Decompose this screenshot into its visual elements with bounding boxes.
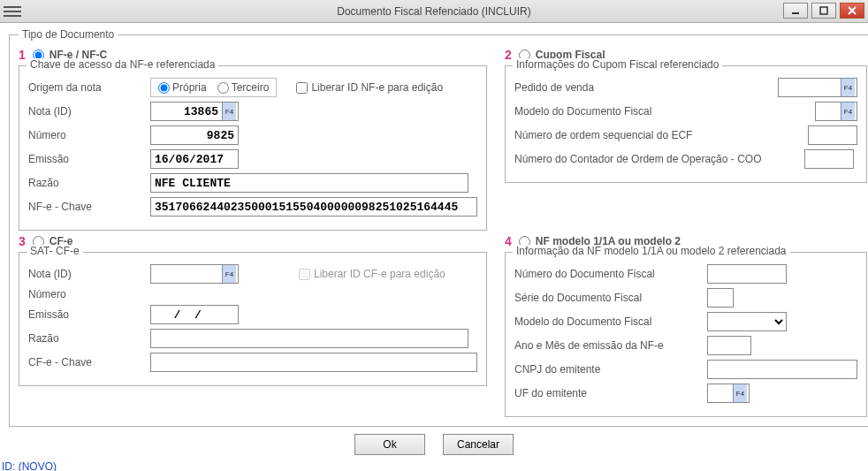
cfe-razao-label: Razão: [28, 332, 143, 345]
coo-input[interactable]: [804, 149, 854, 169]
liberar-cfe-label: Liberar ID CF-e para edição: [314, 268, 445, 280]
anomes-label: Ano e Mês de emissão da NF-e: [514, 339, 700, 352]
chave-input[interactable]: [150, 197, 477, 217]
modelo-nf-label: Modelo do Documento Fiscal: [514, 315, 700, 328]
cnpj-label: CNPJ do emitente: [514, 363, 700, 376]
nota-id-input[interactable]: [151, 103, 222, 120]
radio-terceiro-label: Terceiro: [232, 81, 270, 94]
badge-1: 1: [19, 48, 26, 62]
cfe-nota-lookup-icon[interactable]: F4: [222, 265, 236, 283]
close-button[interactable]: [840, 3, 864, 19]
uf-input[interactable]: [708, 385, 733, 402]
nf11a-section: Informação da NF modelo 1/1A ou modelo 2…: [505, 252, 867, 417]
radio-terceiro[interactable]: [217, 82, 229, 94]
liberar-cfe-checkbox: [299, 269, 310, 280]
minimize-button[interactable]: [783, 3, 808, 19]
cfe-chave-input[interactable]: [150, 353, 477, 372]
modelo-cupom-label: Modelo do Documento Fiscal: [514, 105, 744, 118]
ordem-ecf-input[interactable]: [808, 125, 857, 145]
tipo-documento-legend: Tipo de Documento: [19, 28, 118, 41]
cupom-section: Informações do Cupom Fiscal referenciado…: [505, 65, 867, 183]
numero-input[interactable]: [150, 125, 239, 145]
nfe-section: Chave de acesso da NF-e referenciada Ori…: [19, 65, 487, 231]
nf11a-section-title: Informação da NF modelo 1/1A ou modelo 2…: [513, 245, 790, 257]
badge-3: 3: [19, 234, 26, 248]
origem-label: Origem da nota: [28, 81, 143, 94]
cfe-emissao-label: Emissão: [28, 308, 143, 321]
razao-input[interactable]: [150, 173, 468, 193]
maximize-button[interactable]: [811, 3, 836, 19]
cancel-button[interactable]: Cancelar: [443, 434, 514, 455]
badge-4: 4: [505, 234, 512, 248]
badge-2: 2: [505, 48, 512, 62]
uf-lookup-icon[interactable]: F4: [733, 384, 747, 402]
razao-label: Razão: [28, 177, 143, 189]
modelo-cupom-input[interactable]: [816, 103, 841, 120]
coo-label: Número do Contador de Ordem de Operação …: [514, 153, 797, 165]
serie-input[interactable]: [707, 288, 734, 308]
cfe-nota-label: Nota (ID): [28, 268, 143, 280]
emissao-input[interactable]: [150, 149, 239, 169]
cfe-chave-label: CF-e - Chave: [28, 356, 143, 368]
numdoc-input[interactable]: [707, 264, 787, 284]
uf-label: UF do emitente: [514, 387, 700, 399]
titlebar: Documento Fiscal Refenciado (INCLUIR): [0, 0, 868, 23]
anomes-input[interactable]: [707, 336, 751, 355]
cfe-razao-input[interactable]: [150, 329, 468, 348]
cfe-section-title: SAT- CF-e: [27, 245, 83, 257]
modelo-cupom-lookup-icon[interactable]: F4: [841, 103, 855, 120]
radio-propria-label: Própria: [172, 81, 207, 94]
cfe-emissao-input[interactable]: [150, 305, 239, 324]
origem-group: Própria Terceiro: [150, 78, 277, 97]
pedido-input[interactable]: [779, 80, 841, 96]
emissao-label: Emissão: [28, 153, 143, 165]
action-bar: Ok Cancelar: [9, 434, 859, 455]
ok-button[interactable]: Ok: [354, 434, 425, 455]
nota-id-label: Nota (ID): [28, 105, 143, 118]
ordem-ecf-label: Número de ordem sequencial do ECF: [514, 129, 744, 141]
modelo-nf-select[interactable]: [707, 312, 787, 331]
numero-label: Número: [28, 129, 143, 141]
numdoc-label: Número do Documento Fiscal: [514, 268, 700, 280]
serie-label: Série do Documento Fiscal: [514, 292, 700, 304]
cupom-section-title: Informações do Cupom Fiscal referenciado: [513, 58, 722, 71]
radio-propria[interactable]: [158, 82, 170, 94]
cfe-section: SAT- CF-e Nota (ID) F4 Liberar ID CF-e p…: [19, 252, 487, 386]
cfe-numero-label: Número: [28, 288, 143, 300]
pedido-lookup-icon[interactable]: F4: [841, 79, 855, 96]
tipo-documento-group: Tipo de Documento 1 NF-e / NF-C Chave de…: [9, 28, 868, 427]
status-id-link[interactable]: ID: (NOVO): [0, 457, 868, 471]
liberar-nfe-checkbox[interactable]: [296, 82, 308, 94]
nota-id-lookup-icon[interactable]: F4: [222, 103, 236, 120]
nfe-section-title: Chave de acesso da NF-e referenciada: [27, 58, 218, 71]
window-title: Documento Fiscal Refenciado (INCLUIR): [0, 5, 868, 18]
chave-label: NF-e - Chave: [28, 201, 143, 213]
svg-rect-1: [820, 7, 827, 14]
cnpj-input[interactable]: [707, 360, 857, 379]
cfe-nota-input[interactable]: [151, 266, 222, 283]
liberar-nfe-label: Liberar ID NF-e para edição: [311, 81, 443, 94]
pedido-label: Pedido de venda: [514, 81, 744, 94]
